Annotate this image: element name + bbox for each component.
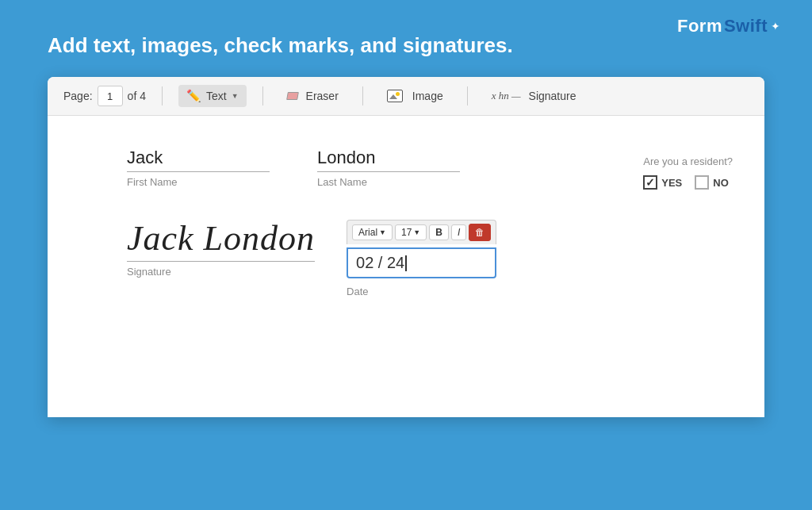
signature-label: Signature bbox=[127, 266, 171, 278]
yes-checkbox-item[interactable]: YES bbox=[643, 175, 682, 190]
brand-logo: Form Swift ✦ bbox=[677, 16, 780, 36]
last-name-label: Last Name bbox=[317, 176, 460, 188]
date-value: 02 / 24 bbox=[356, 254, 404, 272]
delete-button[interactable]: 🗑 bbox=[469, 224, 491, 241]
toolbar-divider-1 bbox=[162, 86, 163, 105]
page-label: Page: bbox=[63, 90, 93, 102]
date-field[interactable]: 02 / 24 bbox=[347, 247, 496, 278]
font-size-chevron: ▼ bbox=[413, 228, 420, 236]
no-checkbox[interactable] bbox=[695, 175, 709, 190]
image-icon bbox=[387, 90, 403, 102]
resident-section: Are you a resident? YES NO bbox=[643, 155, 733, 190]
last-name-value: London bbox=[317, 148, 460, 172]
text-btn-label: Text bbox=[206, 90, 227, 102]
signature-tool-button[interactable]: x hn — Signature bbox=[484, 86, 584, 106]
signature-btn-label: Signature bbox=[529, 90, 576, 102]
header: Form Swift ✦ Add text, images, check mar… bbox=[0, 0, 812, 77]
text-cursor bbox=[405, 255, 407, 271]
date-label: Date bbox=[347, 286, 496, 297]
font-size-selector[interactable]: 17 ▼ bbox=[395, 224, 427, 240]
chevron-down-icon: ▼ bbox=[232, 92, 239, 100]
signature-icon: x hn — bbox=[492, 90, 521, 102]
document-toolbar: Page: of 4 ✏️ Text ▼ Eraser Image x hn —… bbox=[48, 77, 764, 116]
yes-checkbox[interactable] bbox=[643, 175, 657, 190]
font-family-value: Arial bbox=[358, 227, 377, 238]
no-checkbox-item[interactable]: NO bbox=[695, 175, 729, 190]
font-family-chevron: ▼ bbox=[379, 228, 386, 236]
page-of-label: of 4 bbox=[128, 90, 146, 102]
image-tool-button[interactable]: Image bbox=[379, 86, 451, 106]
toolbar-divider-4 bbox=[467, 86, 468, 105]
yes-label: YES bbox=[661, 177, 682, 189]
main-heading: Add text, images, check marks, and signa… bbox=[48, 33, 764, 58]
font-size-value: 17 bbox=[401, 227, 412, 238]
brand-form-text: Form bbox=[677, 16, 722, 36]
first-name-label: First Name bbox=[127, 176, 270, 188]
document-card: Page: of 4 ✏️ Text ▼ Eraser Image x hn —… bbox=[48, 77, 764, 417]
font-family-selector[interactable]: Arial ▼ bbox=[352, 224, 393, 240]
signature-field: Jack London Signature bbox=[127, 220, 315, 278]
brand-icon: ✦ bbox=[771, 20, 780, 33]
checkbox-row: YES NO bbox=[643, 175, 733, 190]
bold-button[interactable]: B bbox=[429, 224, 449, 240]
eraser-icon bbox=[286, 92, 299, 100]
text-tool-button[interactable]: ✏️ Text ▼ bbox=[178, 85, 247, 107]
no-label: NO bbox=[713, 177, 729, 189]
first-name-field: Jack First Name bbox=[127, 148, 270, 188]
eraser-tool-button[interactable]: Eraser bbox=[279, 86, 347, 106]
brand-swift-text: Swift bbox=[724, 16, 768, 36]
image-btn-label: Image bbox=[412, 90, 443, 102]
signature-value: Jack London bbox=[127, 220, 315, 262]
first-name-value: Jack bbox=[127, 148, 270, 172]
eraser-btn-label: Eraser bbox=[306, 90, 339, 102]
document-content: Are you a resident? YES NO Jack First Na… bbox=[48, 116, 764, 417]
page-control: Page: of 4 bbox=[63, 86, 146, 106]
resident-question: Are you a resident? bbox=[643, 155, 733, 167]
toolbar-divider-3 bbox=[362, 86, 363, 105]
name-fields-row: Jack First Name London Last Name bbox=[127, 148, 733, 188]
last-name-field: London Last Name bbox=[317, 148, 460, 188]
bottom-row: Jack London Signature Arial ▼ 17 ▼ B I bbox=[127, 220, 733, 297]
text-formatting-toolbar: Arial ▼ 17 ▼ B I 🗑 bbox=[347, 220, 496, 244]
page-input[interactable] bbox=[98, 86, 123, 106]
trash-icon: 🗑 bbox=[475, 227, 485, 238]
pencil-icon: ✏️ bbox=[186, 89, 201, 103]
italic-button[interactable]: I bbox=[451, 224, 466, 240]
toolbar-divider-2 bbox=[262, 86, 263, 105]
date-container: Arial ▼ 17 ▼ B I 🗑 02 / 24 bbox=[347, 220, 496, 297]
